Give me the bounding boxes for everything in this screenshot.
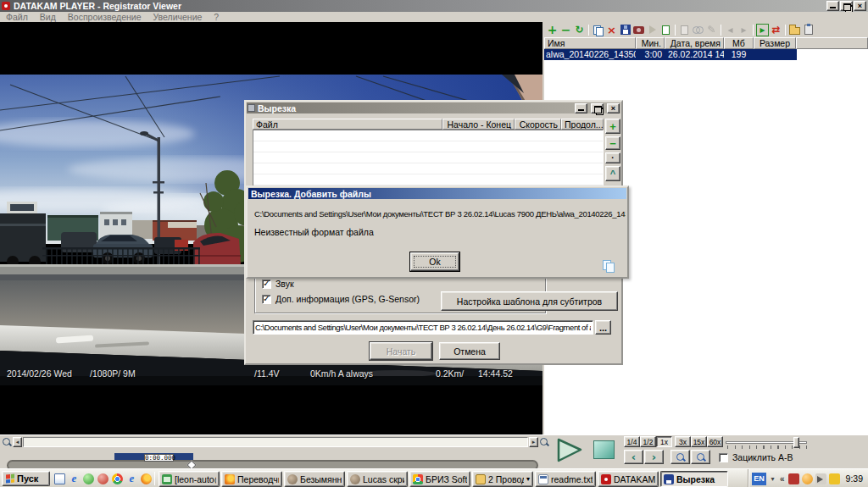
task-mail-window[interactable]: [leon-auto@... (159, 471, 220, 487)
reels-icon[interactable] (692, 24, 704, 36)
message-dialog-title-bar[interactable]: Вырезка. Добавить файлы (248, 188, 626, 199)
menu-playback[interactable]: Воспроизведение (62, 12, 147, 22)
film-page-icon[interactable] (678, 24, 691, 36)
task-explorer-group[interactable]: 2 Провод... ▾ (472, 471, 533, 487)
clip-col-speed[interactable]: Скорость (515, 119, 561, 130)
import-icon[interactable]: ▸ (756, 24, 769, 36)
task-untitled-gimp-window[interactable]: Безымянны... (284, 471, 345, 487)
task-datakam-window[interactable]: DATAKAM P... (598, 471, 659, 487)
language-options-icon[interactable]: ▾ (769, 473, 776, 485)
cut-minimize-button[interactable] (575, 103, 587, 113)
quicklaunch-document-icon[interactable] (54, 473, 65, 484)
audio-icon[interactable] (646, 24, 659, 36)
close-button[interactable]: × (854, 1, 866, 11)
remove-file-icon[interactable]: − (559, 24, 572, 36)
speed-1x-button[interactable]: 1x (656, 436, 672, 447)
folder-icon (476, 474, 486, 484)
play-button[interactable] (556, 438, 583, 463)
task-briz-software-window[interactable]: БРИЗ Softw... (409, 471, 470, 487)
clip-col-file[interactable]: Файл (253, 119, 442, 130)
tray-collapse-icon[interactable]: « (779, 474, 786, 484)
prev-frame-button[interactable]: ‹ (624, 450, 643, 464)
clip-col-range[interactable]: Начало - Конец (442, 119, 515, 130)
quicklaunch-chrome-icon[interactable] (112, 473, 123, 484)
column-header-minutes[interactable]: Мин. (636, 37, 665, 49)
speed-half-button[interactable]: 1/2 (640, 436, 656, 447)
cancel-button[interactable]: Отмена (439, 342, 500, 360)
save-icon[interactable] (619, 24, 632, 36)
open-folder-icon[interactable] (788, 24, 801, 36)
task-translator-window[interactable]: Переводчи... (221, 471, 282, 487)
menu-file[interactable]: Файл (0, 12, 34, 22)
column-header-size[interactable]: Размер (754, 37, 796, 49)
timeline-zoom-out-icon[interactable] (2, 437, 12, 447)
browse-button[interactable]: ... (595, 320, 611, 335)
copy-icon[interactable] (592, 24, 604, 36)
file-row-selected[interactable]: alwa_20140226_143500 3:00 26.02.2014 14:… (544, 49, 797, 60)
tray-agent-icon[interactable] (802, 473, 813, 484)
video-zoom-out-button[interactable] (670, 450, 690, 464)
speed-slider-thumb[interactable] (793, 437, 799, 448)
speed-60x-button[interactable]: 60x (707, 436, 723, 447)
cut-maximize-button[interactable] (591, 103, 604, 113)
start-menu-button[interactable]: Пуск (2, 471, 50, 486)
quicklaunch-red-icon[interactable] (97, 473, 108, 484)
export-page-icon[interactable] (659, 24, 672, 36)
transfer-icon[interactable]: ⇄ (770, 24, 782, 36)
task-cut-window-active[interactable]: Вырезка (660, 471, 728, 487)
task-readme-window[interactable]: readme.txt ... (535, 471, 596, 487)
restore-button[interactable] (840, 1, 853, 11)
loop-ab-checkbox[interactable] (719, 453, 728, 462)
add-file-icon[interactable]: + (546, 24, 559, 36)
quicklaunch-green-icon[interactable] (83, 473, 94, 484)
scroll-right-button[interactable]: ▸ (529, 437, 538, 447)
snapshot-icon[interactable] (632, 24, 645, 36)
tray-update-icon[interactable] (829, 473, 840, 484)
scroll-left-button[interactable]: ◂ (13, 437, 22, 447)
tray-volume-icon[interactable] (815, 473, 826, 484)
column-header-name[interactable]: Имя (544, 37, 636, 49)
menu-zoom[interactable]: Увеличение (147, 12, 209, 22)
cut-dialog-title-bar[interactable]: Вырезка × (247, 102, 620, 113)
move-up-button[interactable]: ^ (605, 166, 620, 181)
add-clip-button[interactable]: + (605, 119, 620, 134)
title-bar: DATAKAM PLAYER - Registrator Viewer × (0, 0, 868, 12)
remove-clip-button[interactable]: − (605, 136, 620, 150)
refresh-icon[interactable]: ↻ (573, 24, 586, 36)
cut-close-button[interactable]: × (607, 103, 620, 113)
quicklaunch-ie-icon[interactable]: e (69, 473, 80, 484)
start-button[interactable]: Начать (370, 342, 432, 360)
clip-col-duration[interactable]: Продол... (561, 119, 604, 130)
column-header-datetime[interactable]: Дата, время (665, 37, 724, 49)
language-indicator[interactable]: EN (752, 473, 766, 485)
copy-message-icon[interactable] (603, 260, 614, 271)
video-zoom-in-button[interactable] (691, 450, 710, 464)
redo-icon[interactable]: ▸ (737, 24, 750, 36)
column-header-mb[interactable]: Мб (724, 37, 754, 49)
ok-button[interactable]: Ok (410, 252, 459, 271)
menu-help[interactable]: ? (208, 12, 225, 22)
extra-info-checkbox[interactable]: ✓ (262, 295, 271, 304)
options-dot-button[interactable]: · (605, 152, 620, 163)
timeline-zoom-in-icon[interactable] (539, 437, 549, 447)
report-icon[interactable] (802, 24, 815, 36)
output-path-input[interactable] (253, 320, 593, 335)
minimize-button[interactable] (826, 1, 839, 11)
cut-dialog-icon (248, 104, 255, 112)
sound-checkbox[interactable]: ✓ (262, 279, 271, 289)
quicklaunch-explorer-icon[interactable]: e (126, 473, 137, 484)
subtitle-template-button[interactable]: Настройка шаблона для субтитров (441, 291, 618, 311)
delete-icon[interactable]: × (605, 24, 618, 36)
stop-button[interactable] (593, 440, 615, 459)
undo-icon[interactable]: ◂ (724, 24, 737, 36)
task-lucas-screenshot-window[interactable]: Lucas скрин... (347, 471, 408, 487)
menu-view[interactable]: Вид (34, 12, 62, 22)
speed-3x-button[interactable]: 3x (675, 436, 691, 447)
speed-quarter-button[interactable]: 1/4 (624, 436, 640, 447)
next-frame-button[interactable]: › (644, 450, 664, 464)
quicklaunch-firefox-icon[interactable] (141, 473, 152, 484)
edit-icon[interactable]: ✎ (705, 24, 718, 36)
speed-15x-button[interactable]: 15x (691, 436, 707, 447)
tray-messenger-icon[interactable] (788, 473, 799, 484)
timeline-scroll-track[interactable] (23, 437, 528, 447)
